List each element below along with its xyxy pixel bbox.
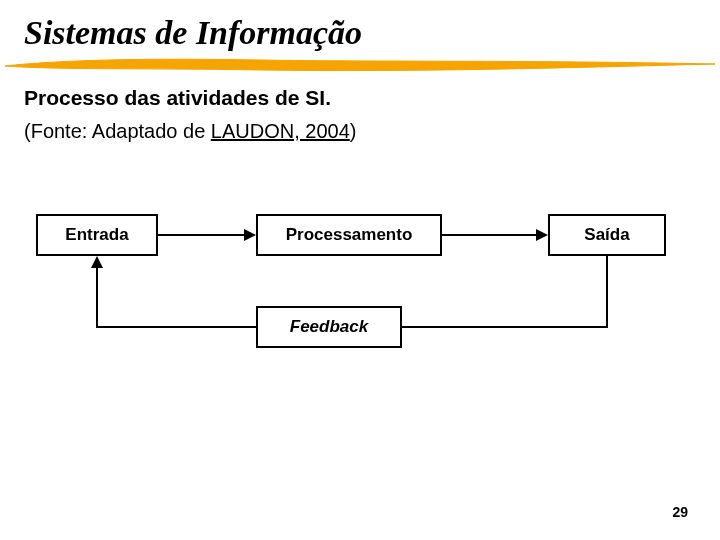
page-number: 29: [672, 504, 688, 520]
slide-subtitle: Processo das atividades de SI.: [24, 86, 331, 110]
source-prefix: (Fonte: Adaptado de: [24, 120, 211, 142]
title-underline-stroke: [0, 54, 720, 76]
feedback-line-saida-left: [402, 326, 608, 328]
feedback-line-fb-left: [96, 326, 256, 328]
slide-title: Sistemas de Informação: [24, 14, 362, 52]
source-citation: (Fonte: Adaptado de LAUDON, 2004): [24, 120, 356, 143]
feedback-line-saida-down: [606, 256, 608, 326]
arrow-line-entrada-proc: [158, 234, 244, 236]
diagram-box-saida: Saída: [548, 214, 666, 256]
source-link: LAUDON, 2004: [211, 120, 350, 142]
diagram-box-entrada: Entrada: [36, 214, 158, 256]
diagram-box-feedback: Feedback: [256, 306, 402, 348]
source-suffix: ): [350, 120, 357, 142]
arrow-head-entrada-proc: [244, 229, 256, 241]
arrow-head-proc-saida: [536, 229, 548, 241]
feedback-line-fb-up: [96, 268, 98, 328]
arrow-line-proc-saida: [442, 234, 536, 236]
arrow-head-feedback-entrada: [91, 256, 103, 268]
diagram-box-processamento: Processamento: [256, 214, 442, 256]
